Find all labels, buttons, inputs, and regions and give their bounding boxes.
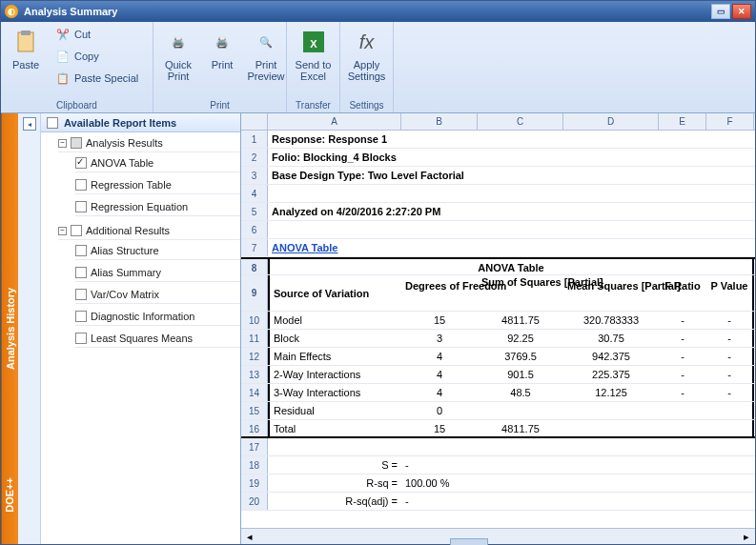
cell[interactable]: 100.00 %: [401, 474, 478, 492]
print-preview-button[interactable]: 🔍Print Preview: [245, 24, 287, 85]
tree-checkbox[interactable]: [75, 201, 87, 212]
tree-toggle[interactable]: −: [58, 227, 67, 235]
col-header[interactable]: F: [706, 113, 754, 130]
cell[interactable]: -: [659, 312, 706, 329]
cell[interactable]: 3-Way Interactions: [268, 384, 401, 401]
cell[interactable]: 48.5: [478, 384, 563, 401]
tree-header-checkbox[interactable]: [47, 117, 58, 129]
tree-root[interactable]: Analysis Results: [86, 137, 163, 149]
cell[interactable]: -: [401, 456, 478, 474]
cell[interactable]: -: [706, 330, 754, 347]
cell[interactable]: -: [706, 348, 754, 365]
cell[interactable]: [563, 402, 659, 419]
cell[interactable]: [659, 420, 706, 436]
cell[interactable]: 12.125: [563, 384, 659, 401]
cell[interactable]: R-sq(adj) =: [268, 493, 401, 510]
cell[interactable]: [659, 402, 706, 419]
cell[interactable]: -: [659, 366, 706, 383]
tree-item[interactable]: Diagnostic Information: [91, 311, 194, 322]
horizontal-scrollbar[interactable]: ◂▸: [241, 528, 755, 544]
cell[interactable]: 3: [401, 330, 478, 347]
tree-toggle[interactable]: −: [58, 139, 67, 148]
cell[interactable]: -: [706, 366, 754, 383]
minimize-button[interactable]: ▭: [711, 4, 730, 19]
cell[interactable]: 225.375: [563, 366, 659, 383]
group-clipboard-label: Clipboard: [5, 98, 149, 112]
tree-item[interactable]: Var/Cov Matrix: [91, 289, 159, 300]
quick-print-button[interactable]: 🖨️Quick Print: [157, 24, 199, 85]
cell[interactable]: Folio: Blocking_4 Blocks: [268, 149, 754, 166]
cell[interactable]: R-sq =: [268, 474, 401, 492]
tree-checkbox[interactable]: [75, 311, 87, 322]
cell[interactable]: [478, 402, 563, 419]
cell[interactable]: 4: [401, 348, 478, 365]
cell[interactable]: 901.5: [478, 366, 563, 383]
cell[interactable]: Block: [268, 330, 401, 347]
anova-link[interactable]: ANOVA Table: [268, 239, 401, 256]
col-header[interactable]: D: [563, 113, 659, 130]
tree-item[interactable]: Least Squares Means: [91, 333, 193, 344]
cell[interactable]: 30.75: [563, 330, 659, 347]
paste-button[interactable]: Paste: [5, 24, 47, 73]
cell[interactable]: 3769.5: [478, 348, 563, 365]
tree-item[interactable]: Alias Summary: [91, 267, 161, 278]
cell[interactable]: 4811.75: [478, 312, 563, 329]
col-header[interactable]: E: [659, 113, 706, 130]
cell[interactable]: 4: [401, 366, 478, 383]
sheet-body[interactable]: 1Response: Response 1 2Folio: Blocking_4…: [241, 131, 755, 528]
cell[interactable]: -: [659, 384, 706, 401]
cell[interactable]: Model: [268, 312, 401, 329]
tree-checkbox[interactable]: [75, 179, 87, 191]
cell[interactable]: Total: [268, 420, 401, 436]
tree-checkbox[interactable]: [71, 225, 82, 236]
cell[interactable]: 15: [401, 420, 478, 436]
tree-checkbox[interactable]: [71, 137, 82, 149]
tree-item[interactable]: Alias Structure: [91, 245, 159, 256]
tree-checkbox[interactable]: [75, 267, 87, 278]
cell[interactable]: Analyzed on 4/20/2016 2:27:20 PM: [268, 203, 754, 220]
tree-root[interactable]: Additional Results: [86, 225, 170, 236]
cell[interactable]: 2-Way Interactions: [268, 366, 401, 383]
cell[interactable]: Response: Response 1: [268, 131, 754, 148]
cell[interactable]: -: [706, 384, 754, 401]
cell[interactable]: Base Design Type: Two Level Factorial: [268, 167, 754, 184]
close-button[interactable]: ✕: [732, 4, 751, 19]
cell[interactable]: 320.783333: [563, 312, 659, 329]
cell[interactable]: 0: [401, 402, 478, 419]
cut-button[interactable]: ✂️Cut: [51, 24, 143, 45]
cell[interactable]: S =: [268, 456, 401, 474]
cell[interactable]: -: [659, 348, 706, 365]
cell[interactable]: [706, 420, 754, 436]
tree-checkbox[interactable]: [75, 245, 87, 256]
group-print-label: Print: [157, 98, 282, 112]
cell[interactable]: -: [706, 312, 754, 329]
col-header[interactable]: C: [478, 113, 563, 130]
paste-special-button[interactable]: 📋Paste Special: [51, 68, 143, 89]
cell[interactable]: 4: [401, 384, 478, 401]
cell[interactable]: Residual: [268, 402, 401, 419]
copy-button[interactable]: 📄Copy: [51, 46, 143, 67]
tree-item[interactable]: ANOVA Table: [91, 157, 153, 169]
tree-item[interactable]: Regression Table: [91, 179, 172, 191]
print-button[interactable]: 🖨️Print: [201, 24, 243, 73]
cell[interactable]: [563, 420, 659, 436]
svg-rect-1: [21, 30, 31, 35]
send-to-excel-button[interactable]: XSend to Excel: [291, 24, 336, 85]
tree-checkbox[interactable]: [75, 289, 87, 300]
cell[interactable]: -: [659, 330, 706, 347]
tree-checkbox[interactable]: [75, 157, 87, 169]
cell[interactable]: [706, 402, 754, 419]
cell[interactable]: 15: [401, 312, 478, 329]
tree-checkbox[interactable]: [75, 333, 87, 344]
apply-settings-button[interactable]: fxApply Settings: [344, 24, 389, 85]
cell[interactable]: Main Effects: [268, 348, 401, 365]
col-header[interactable]: B: [401, 113, 478, 130]
cell[interactable]: 4811.75: [478, 420, 563, 436]
cell[interactable]: -: [401, 493, 478, 510]
th: Mean Squares [Partial]: [563, 275, 659, 311]
tree-item[interactable]: Regression Equation: [91, 201, 188, 212]
cell[interactable]: 92.25: [478, 330, 563, 347]
cell[interactable]: 942.375: [563, 348, 659, 365]
collapse-arrow-icon[interactable]: ◂: [23, 117, 36, 131]
col-header[interactable]: A: [268, 113, 401, 130]
